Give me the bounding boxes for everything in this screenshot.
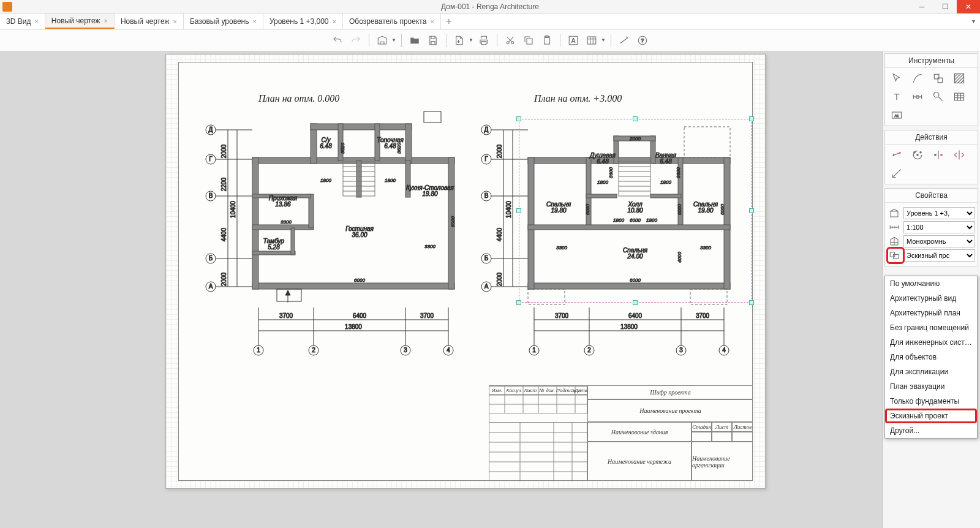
flip-action[interactable] [950,147,968,163]
schedule-button[interactable] [584,32,600,48]
tb-col: Лист [523,388,538,393]
paste-button[interactable] [539,32,555,48]
chevron-down-icon[interactable]: ▼ [469,37,473,43]
close-icon[interactable]: × [430,18,434,25]
tab-project-browser[interactable]: Обозреватель проекта× [343,13,441,29]
tab-base-level[interactable]: Базовый уровень× [184,13,263,29]
tb-col: Кол.уч [505,388,523,393]
dd-item[interactable]: Без границ помещений [885,320,977,335]
svg-text:4400: 4400 [221,228,227,242]
close-icon[interactable]: × [252,18,256,25]
save-button[interactable] [425,32,441,48]
undo-button[interactable] [330,32,345,48]
dd-item[interactable]: План эвакуации [885,379,977,394]
hatch-tool[interactable] [950,70,968,86]
help-button[interactable]: ? [635,32,650,48]
svg-text:Д: Д [209,126,213,133]
select-tool[interactable] [888,70,906,86]
selection-box[interactable] [519,119,752,303]
shapes-tool[interactable] [929,70,948,86]
tab-level-3000[interactable]: Уровень 1 +3,000× [263,13,343,29]
close-icon[interactable]: × [333,18,336,25]
dd-item[interactable]: Архитектурный вид [885,291,977,306]
tab-label: 3D Вид [6,17,31,26]
svg-text:A1: A1 [894,114,899,118]
svg-text:3700: 3700 [279,312,293,319]
print-button[interactable] [476,32,492,48]
close-icon[interactable]: × [173,18,177,25]
line-tool[interactable] [908,70,927,86]
view-tool[interactable]: A1 [888,107,906,123]
selection-handle[interactable] [516,116,521,121]
selection-handle[interactable] [749,208,754,213]
filter-select[interactable]: Эскизный прс [903,249,975,262]
tb-org: Наименование организации [692,442,753,481]
mirror-action[interactable] [929,147,948,163]
svg-text:Г: Г [484,156,488,162]
text-tool[interactable]: T [888,89,906,105]
dd-item[interactable]: Другой... [885,423,977,438]
svg-text:13.86: 13.86 [275,201,290,208]
open-button[interactable] [407,32,423,48]
svg-text:A: A [571,36,576,43]
dd-item[interactable]: Только фундаменты [885,394,977,409]
dd-item[interactable]: Для инженерных систем [885,335,977,350]
svg-text:2200: 2200 [221,178,227,192]
cut-button[interactable] [502,32,518,48]
rotate-action[interactable] [908,147,927,163]
dd-item[interactable]: Для экспликации [885,364,977,379]
style-select[interactable]: Монохромнь [903,235,975,247]
copy-button[interactable] [521,32,537,48]
dd-item[interactable]: По умолчанию [885,276,977,291]
dimension-tool[interactable] [908,89,927,105]
table-tool[interactable] [950,89,968,105]
selection-handle[interactable] [516,300,521,305]
selection-handle[interactable] [633,116,638,121]
dd-item-selected[interactable]: Эскизный проект [885,409,977,423]
tab-new-drawing-1[interactable]: Новый чертеж× [45,13,115,29]
svg-text:3: 3 [679,347,683,353]
drawing-sheet: План на отм. 0.000 План на отм. +3.000 Д… [165,54,766,489]
svg-point-217 [892,154,894,156]
axis-tool[interactable] [929,89,948,105]
level-select[interactable]: Уровень 1 +3, [903,207,975,219]
svg-text:6.48: 6.48 [320,143,332,149]
scale-select[interactable]: 1:100 [903,221,975,233]
move-action[interactable] [888,147,906,163]
svg-rect-60 [309,194,314,228]
svg-text:2: 2 [312,347,315,353]
panel-actions: Действия [884,130,978,184]
style-icon [888,235,901,247]
redo-button[interactable] [348,32,364,48]
tab-3d-view[interactable]: 3D Вид× [0,13,45,29]
drawing-canvas[interactable]: План на отм. 0.000 План на отм. +3.000 Д… [0,51,882,528]
minimize-button[interactable]: ─ [910,0,933,13]
selection-handle[interactable] [516,208,521,213]
tabs-overflow-button[interactable]: ▾ [967,13,980,29]
project-button[interactable] [374,32,390,48]
settings-button[interactable] [616,32,632,48]
close-icon[interactable]: × [104,17,107,25]
filter-dropdown: По умолчанию Архитектурный вид Архитекту… [884,276,978,439]
text-style-button[interactable]: A [565,32,581,48]
svg-text:13800: 13800 [345,323,362,330]
svg-text:В: В [484,192,489,199]
tab-add-button[interactable]: + [441,13,457,29]
panel-title: Инструменты [885,54,978,68]
svg-text:13800: 13800 [620,323,638,330]
dd-item[interactable]: Архитектурный план [885,306,977,320]
maximize-button[interactable]: ☐ [933,0,957,13]
chevron-down-icon[interactable]: ▼ [391,37,396,43]
close-icon[interactable]: × [34,18,38,25]
tb-col: Дата [575,388,587,393]
selection-handle[interactable] [749,300,754,305]
selection-handle[interactable] [749,116,754,121]
close-button[interactable]: ✕ [957,0,980,13]
trim-action[interactable] [888,165,906,181]
export-button[interactable] [451,32,467,48]
chevron-down-icon[interactable]: ▼ [601,37,606,43]
svg-text:6000: 6000 [450,216,456,227]
tab-new-drawing-2[interactable]: Новый чертеж× [115,13,184,29]
selection-handle[interactable] [633,300,638,305]
dd-item[interactable]: Для объектов [885,350,977,364]
